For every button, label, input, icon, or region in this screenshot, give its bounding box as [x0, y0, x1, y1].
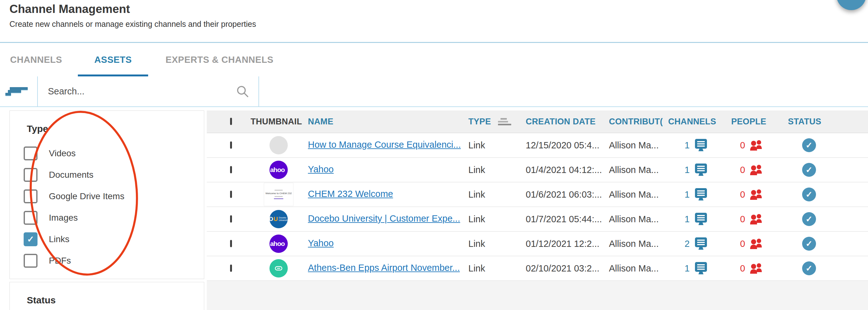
channels-cell[interactable]: 1	[668, 262, 731, 275]
channels-count: 2	[685, 238, 690, 249]
people-cell[interactable]: 0	[731, 164, 788, 175]
asset-creation-date: 01/12/2021 12:2...	[526, 238, 609, 249]
filter-checkbox-documents[interactable]	[24, 168, 37, 182]
asset-name-link[interactable]: CHEM 232 Welcome	[308, 189, 393, 199]
filter-option-google-drive-items[interactable]: Google Drive Items	[24, 186, 204, 207]
row-checkbox[interactable]	[230, 166, 232, 173]
filter-option-pdfs[interactable]: PDFs	[24, 250, 204, 272]
floating-circle-button[interactable]	[836, 0, 866, 10]
channels-icon	[695, 213, 707, 226]
people-count: 0	[740, 190, 745, 200]
filter-heading-type: Type	[27, 123, 204, 134]
column-contributors[interactable]: CONTRIBUT(	[609, 117, 668, 126]
asset-type: Link	[468, 238, 526, 249]
column-type[interactable]: TYPE	[468, 117, 526, 126]
status-check-icon[interactable]: ✓	[802, 237, 816, 251]
asset-contributor: Allison Ma...	[609, 214, 668, 224]
row-checkbox[interactable]	[230, 240, 232, 247]
thumbnail-text: U	[274, 216, 278, 223]
asset-name-link[interactable]: Yahoo	[308, 164, 334, 175]
asset-name-link[interactable]: Docebo University | Customer Expe...	[308, 214, 460, 224]
thumbnail-text: D	[270, 216, 273, 223]
people-icon	[749, 189, 764, 200]
filter-option-videos[interactable]: Videos	[24, 143, 204, 164]
channels-cell[interactable]: 1	[668, 213, 731, 226]
asset-creation-date: 12/15/2020 05:4...	[526, 140, 609, 150]
filter-option-images[interactable]: Images	[24, 207, 204, 229]
people-cell[interactable]: 0	[731, 263, 788, 274]
people-icon	[749, 214, 764, 225]
table-row: How to Manage Course Equivalenci... Link…	[207, 133, 868, 158]
thumbnail-text: Welcome to CHEM 232	[266, 192, 291, 195]
asset-type: Link	[468, 263, 526, 274]
row-checkbox[interactable]	[230, 215, 232, 223]
asset-name-link[interactable]: Yahoo	[308, 238, 334, 249]
column-type-label: TYPE	[468, 117, 491, 126]
column-creation-date[interactable]: CREATION DATE	[526, 117, 609, 126]
tab-channels[interactable]: CHANNELS	[10, 43, 62, 76]
filter-option-documents[interactable]: Documents	[24, 164, 204, 186]
asset-thumbnail: Welcome to CHEM 232	[264, 183, 293, 206]
type-filter-list: Videos Documents Google Drive Items Imag…	[10, 143, 204, 272]
search-icon[interactable]	[236, 85, 250, 98]
column-status[interactable]: STATUS	[788, 117, 868, 126]
status-check-icon[interactable]: ✓	[802, 163, 816, 177]
asset-type: Link	[468, 190, 526, 200]
channels-cell[interactable]: 1	[668, 139, 731, 152]
filter-toggle-button[interactable]	[0, 76, 37, 106]
asset-contributor: Allison Ma...	[609, 165, 668, 175]
people-cell[interactable]: 0	[731, 189, 788, 200]
channels-count: 1	[685, 165, 690, 175]
channels-cell[interactable]: 1	[668, 188, 731, 201]
asset-name-link[interactable]: Athens-Ben Epps Airport November...	[308, 263, 460, 273]
people-icon	[749, 238, 764, 249]
channels-cell[interactable]: 1	[668, 163, 731, 176]
status-check-icon[interactable]: ✓	[802, 261, 816, 275]
channel-management-screen: Channel Management Create new channels o…	[0, 0, 868, 310]
filter-checkbox-videos[interactable]	[24, 146, 37, 160]
thumbnail-text: ahoo	[270, 166, 285, 174]
assets-table-pane: THUMBNAIL NAME TYPE CREATION DATE CONTRI…	[207, 107, 868, 310]
page-subtitle: Create new channels or manage existing c…	[9, 20, 256, 29]
filter-checkbox-pdfs[interactable]	[24, 254, 37, 268]
filter-label: PDFs	[49, 256, 71, 266]
people-cell[interactable]: 0	[731, 140, 788, 151]
status-check-icon[interactable]: ✓	[802, 188, 816, 201]
people-icon	[749, 164, 764, 175]
filter-checkbox-links[interactable]: ✓	[24, 232, 37, 246]
asset-thumbnail	[270, 259, 288, 278]
asset-contributor: Allison Ma...	[609, 238, 668, 249]
people-cell[interactable]: 0	[731, 238, 788, 249]
filter-checkbox-images[interactable]	[24, 211, 37, 225]
column-people[interactable]: PEOPLE	[731, 117, 788, 126]
tab-assets[interactable]: ASSETS	[78, 43, 148, 76]
column-name[interactable]: NAME	[308, 117, 468, 126]
status-check-icon[interactable]: ✓	[802, 138, 816, 152]
filter-option-links[interactable]: ✓ Links	[24, 229, 204, 250]
people-count: 0	[740, 263, 745, 274]
search-input[interactable]	[38, 76, 243, 106]
asset-name-link[interactable]: How to Manage Course Equivalenci...	[308, 140, 461, 150]
filter-checkbox-google-drive-items[interactable]	[24, 190, 37, 203]
table-row: Welcome to CHEM 232 CHEM 232 Welcome Lin…	[207, 182, 868, 207]
tab-experts-channels[interactable]: EXPERTS & CHANNELS	[165, 43, 274, 76]
thumbnail-text: ahoo	[270, 240, 285, 248]
table-row: ahoo Yahoo Link 01/4/2021 04:12:... Alli…	[207, 158, 868, 182]
table-header: THUMBNAIL NAME TYPE CREATION DATE CONTRI…	[207, 111, 868, 133]
sort-icon[interactable]	[498, 118, 511, 125]
channels-cell[interactable]: 2	[668, 237, 731, 250]
select-all-checkbox[interactable]	[230, 118, 232, 125]
row-checkbox[interactable]	[230, 264, 232, 272]
people-icon	[749, 140, 764, 151]
people-icon	[749, 263, 764, 274]
table-row: ahoo Yahoo Link 01/12/2021 12:2... Allis…	[207, 232, 868, 256]
row-checkbox[interactable]	[230, 191, 232, 198]
people-cell[interactable]: 0	[731, 214, 788, 225]
asset-creation-date: 01/6/2021 06:03:...	[526, 190, 609, 200]
row-checkbox[interactable]	[230, 141, 232, 149]
status-check-icon[interactable]: ✓	[802, 212, 816, 226]
table-row: DU Docebo University Docebo University |…	[207, 207, 868, 232]
column-channels[interactable]: CHANNELS	[668, 117, 731, 126]
asset-thumbnail: ahoo	[270, 234, 288, 253]
asset-contributor: Allison Ma...	[609, 140, 668, 150]
